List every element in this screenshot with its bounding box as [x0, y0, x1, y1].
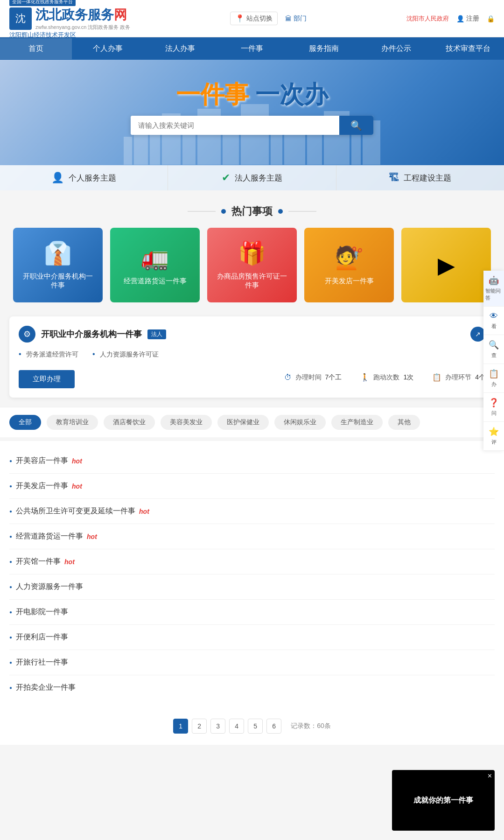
list-item-7[interactable]: ● 开便利店一件事	[9, 625, 495, 650]
tab-personal[interactable]: 👤 个人服务主题	[0, 165, 168, 190]
search-button[interactable]: 🔍	[339, 116, 373, 135]
page-3[interactable]: 3	[210, 719, 225, 734]
cat-beauty[interactable]: 美容美发业	[161, 415, 212, 430]
detail-items: • 劳务派遣经营许可 • 人力资源服务许可证	[19, 350, 485, 359]
page-total: 记录数：60条	[291, 722, 331, 730]
top-bar: 全国一体化在线政务服务平台 沈 沈北政务服务网 zwfw.shenyang.go…	[0, 0, 504, 37]
nav-item-home[interactable]: 首页	[0, 38, 72, 59]
detail-title-area: ⚙ 开职业中介服务机构一件事 法人	[19, 326, 166, 343]
nav-item-public[interactable]: 办件公示	[360, 38, 432, 59]
user-icon: 👤	[456, 15, 464, 22]
list-item-5[interactable]: ● 人力资源服务一件事	[9, 574, 495, 600]
list-item-4[interactable]: ● 开宾馆一件事 hot	[9, 549, 495, 574]
page-6[interactable]: 6	[266, 719, 281, 734]
pin-icon: 📍	[235, 14, 245, 23]
list-item-2[interactable]: ● 公共场所卫生许可变更及延续一件事 hot	[9, 499, 495, 524]
card-icon-0: 👔	[44, 240, 72, 266]
list-item-9[interactable]: ● 开拍卖企业一件事	[9, 675, 495, 700]
page-4[interactable]: 4	[229, 719, 244, 734]
sidebar-ai[interactable]: 🤖 智能问答	[483, 271, 504, 307]
sidebar-rate[interactable]: ⭐ 评	[483, 422, 504, 451]
pagination: 1 2 3 4 5 6 记录数：60条	[0, 707, 504, 745]
detail-item-1: • 人力资源服务许可证	[92, 350, 159, 359]
detail-meta: ⏱ 办理时间 7个工 🚶 跑动次数 1次 📋 办理环节 4个	[284, 373, 485, 382]
hot-card-4[interactable]: ▶	[401, 228, 491, 302]
detail-header: ⚙ 开职业中介服务机构一件事 法人 ↗	[19, 326, 485, 343]
rate-icon: ⭐	[489, 427, 499, 437]
search-input[interactable]	[131, 116, 339, 135]
site-switch: 📍 站点切换 🏛 部门	[230, 12, 307, 25]
card-icon-1: 🚛	[141, 245, 169, 271]
page-2[interactable]: 2	[192, 719, 207, 734]
dept-icon: 🏛	[285, 15, 292, 22]
hot-card-1[interactable]: 🚛 经营道路货运一件事	[110, 228, 200, 302]
dept-btn[interactable]: 🏛 部门	[285, 14, 307, 23]
nav-bar: 首页 个人办事 法人办事 一件事 服务指南 办件公示 技术审查平台	[0, 37, 504, 60]
sidebar-search[interactable]: 🔍 查	[483, 335, 504, 364]
legal-icon: ✔	[222, 172, 230, 184]
lock-icon: 🔒	[487, 15, 495, 22]
sidebar-float: 🤖 智能问答 👁 看 🔍 查 📋 办 ❓ 问 ⭐ 评	[483, 271, 504, 451]
nav-item-legal[interactable]: 法人办事	[144, 38, 216, 59]
dot-right	[278, 209, 283, 214]
sidebar-view[interactable]: 👁 看	[483, 307, 504, 335]
page-1[interactable]: 1	[173, 719, 188, 734]
cat-hotel[interactable]: 酒店餐饮业	[104, 415, 155, 430]
sidebar-handle[interactable]: 📋 办	[483, 364, 504, 393]
dot-1: ●	[9, 483, 12, 489]
gov-link[interactable]: 沈阳市人民政府	[406, 14, 449, 23]
tab-construction[interactable]: 🏗 工程建设主题	[336, 165, 504, 190]
tab-legal[interactable]: ✔ 法人服务主题	[168, 165, 336, 190]
detail-icon: ⚙	[19, 326, 35, 343]
dot-left	[221, 209, 226, 214]
nav-item-personal[interactable]: 个人办事	[72, 38, 144, 59]
hot-cards: 👔 开职业中介服务机构一件事 🚛 经营道路货运一件事 🎁 办商品房预售许可证一件…	[0, 228, 504, 312]
list-item-3[interactable]: ● 经营道路货运一件事 hot	[9, 524, 495, 549]
nav-item-one-thing[interactable]: 一件事	[216, 38, 288, 59]
hot-card-2[interactable]: 🎁 办商品房预售许可证一件事	[207, 228, 297, 302]
dot-7: ●	[9, 635, 12, 640]
page-5[interactable]: 5	[248, 719, 263, 734]
apply-button[interactable]: 立即办理	[19, 370, 75, 388]
steps-icon: 📋	[432, 373, 441, 382]
dot-0: ●	[9, 458, 12, 463]
handle-icon: 📋	[489, 369, 499, 379]
dot-6: ●	[9, 609, 12, 615]
banner: 一件事 一次办 🔍 👤 个人服务主题 ✔ 法人服务主题 🏗 工程建设主题	[0, 60, 504, 190]
list-item-0[interactable]: ● 开美容店一件事 hot	[9, 448, 495, 474]
hot-card-3[interactable]: 💇 开美发店一件事	[304, 228, 394, 302]
dot-3: ●	[9, 534, 12, 539]
hot-section-title: 热门事项	[0, 190, 504, 228]
detail-card: ⚙ 开职业中介服务机构一件事 法人 ↗ • 劳务派遣经营许可 • 人力资源服务许…	[9, 316, 495, 398]
switch-btn[interactable]: 📍 站点切换	[230, 12, 278, 25]
logo-title: 沈北政务服务网	[35, 6, 130, 24]
card-icon-2: 🎁	[238, 240, 266, 266]
card-icon-3: 💇	[335, 245, 363, 271]
list-item-1[interactable]: ● 开美发店一件事 hot	[9, 474, 495, 499]
sidebar-ask[interactable]: ❓ 问	[483, 393, 504, 422]
nav-item-guide[interactable]: 服务指南	[288, 38, 360, 59]
cat-manufacturing[interactable]: 生产制造业	[331, 415, 383, 430]
dot-5: ●	[9, 584, 12, 589]
cat-edu[interactable]: 教育培训业	[47, 415, 98, 430]
top-right: 沈阳市人民政府 👤 注册 🔒	[406, 14, 495, 23]
logo-url: zwfw.shenyang.gov.cn 沈阳政务服务 政务	[35, 24, 130, 31]
list-item-8[interactable]: ● 开旅行社一件事	[9, 650, 495, 675]
list-item-6[interactable]: ● 开电影院一件事	[9, 600, 495, 625]
ai-icon: 🤖	[489, 275, 499, 286]
gov-name: 沈阳市人民政府	[406, 14, 449, 23]
nav-item-tech[interactable]: 技术审查平台	[432, 38, 504, 59]
dot-8: ●	[9, 660, 12, 665]
dot-9: ●	[9, 685, 12, 690]
dot-4: ●	[9, 559, 12, 564]
cat-other[interactable]: 其他	[388, 415, 420, 430]
register-link[interactable]: 👤 注册	[456, 14, 479, 23]
cat-medical[interactable]: 医护保健业	[217, 415, 269, 430]
time-icon: ⏱	[284, 373, 292, 382]
banner-tabs: 👤 个人服务主题 ✔ 法人服务主题 🏗 工程建设主题	[0, 165, 504, 190]
cat-leisure[interactable]: 休闲娱乐业	[274, 415, 326, 430]
meta-trips: 🚶 跑动次数 1次	[360, 373, 413, 382]
hot-card-0[interactable]: 👔 开职业中介服务机构一件事	[13, 228, 103, 302]
meta-time: ⏱ 办理时间 7个工	[284, 373, 342, 382]
cat-all[interactable]: 全部	[9, 415, 41, 430]
